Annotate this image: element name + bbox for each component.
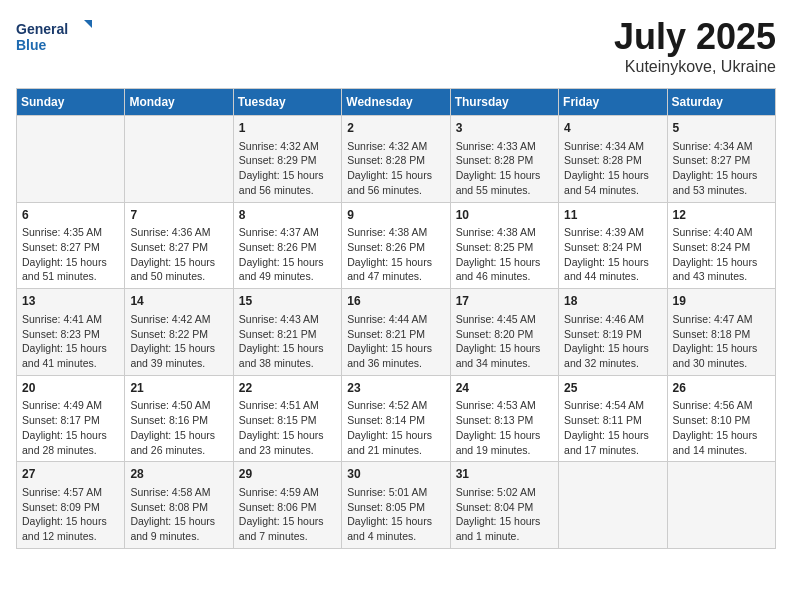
calendar-cell: 17Sunrise: 4:45 AM Sunset: 8:20 PM Dayli…: [450, 289, 558, 376]
calendar-cell: 1Sunrise: 4:32 AM Sunset: 8:29 PM Daylig…: [233, 116, 341, 203]
calendar-cell: 31Sunrise: 5:02 AM Sunset: 8:04 PM Dayli…: [450, 462, 558, 549]
page-header: General Blue July 2025 Kuteinykove, Ukra…: [16, 16, 776, 76]
day-info: Sunrise: 4:38 AM Sunset: 8:26 PM Dayligh…: [347, 225, 444, 284]
day-info: Sunrise: 5:02 AM Sunset: 8:04 PM Dayligh…: [456, 485, 553, 544]
calendar-cell: 22Sunrise: 4:51 AM Sunset: 8:15 PM Dayli…: [233, 375, 341, 462]
calendar-cell: 12Sunrise: 4:40 AM Sunset: 8:24 PM Dayli…: [667, 202, 775, 289]
calendar-cell: 16Sunrise: 4:44 AM Sunset: 8:21 PM Dayli…: [342, 289, 450, 376]
day-info: Sunrise: 4:41 AM Sunset: 8:23 PM Dayligh…: [22, 312, 119, 371]
day-number: 8: [239, 207, 336, 224]
svg-text:General: General: [16, 21, 68, 37]
calendar-week-row: 6Sunrise: 4:35 AM Sunset: 8:27 PM Daylig…: [17, 202, 776, 289]
calendar-cell: 24Sunrise: 4:53 AM Sunset: 8:13 PM Dayli…: [450, 375, 558, 462]
svg-marker-2: [84, 20, 92, 28]
calendar-table: Sunday Monday Tuesday Wednesday Thursday…: [16, 88, 776, 549]
day-info: Sunrise: 4:47 AM Sunset: 8:18 PM Dayligh…: [673, 312, 770, 371]
col-thursday: Thursday: [450, 89, 558, 116]
day-number: 20: [22, 380, 119, 397]
calendar-cell: 30Sunrise: 5:01 AM Sunset: 8:05 PM Dayli…: [342, 462, 450, 549]
title-block: July 2025 Kuteinykove, Ukraine: [614, 16, 776, 76]
day-info: Sunrise: 4:34 AM Sunset: 8:27 PM Dayligh…: [673, 139, 770, 198]
header-row: Sunday Monday Tuesday Wednesday Thursday…: [17, 89, 776, 116]
calendar-body: 1Sunrise: 4:32 AM Sunset: 8:29 PM Daylig…: [17, 116, 776, 549]
calendar-cell: 19Sunrise: 4:47 AM Sunset: 8:18 PM Dayli…: [667, 289, 775, 376]
calendar-cell: 27Sunrise: 4:57 AM Sunset: 8:09 PM Dayli…: [17, 462, 125, 549]
day-info: Sunrise: 4:38 AM Sunset: 8:25 PM Dayligh…: [456, 225, 553, 284]
day-number: 26: [673, 380, 770, 397]
calendar-cell: 10Sunrise: 4:38 AM Sunset: 8:25 PM Dayli…: [450, 202, 558, 289]
col-sunday: Sunday: [17, 89, 125, 116]
day-info: Sunrise: 4:39 AM Sunset: 8:24 PM Dayligh…: [564, 225, 661, 284]
day-number: 21: [130, 380, 227, 397]
calendar-cell: 6Sunrise: 4:35 AM Sunset: 8:27 PM Daylig…: [17, 202, 125, 289]
calendar-week-row: 27Sunrise: 4:57 AM Sunset: 8:09 PM Dayli…: [17, 462, 776, 549]
calendar-header: Sunday Monday Tuesday Wednesday Thursday…: [17, 89, 776, 116]
calendar-cell: 8Sunrise: 4:37 AM Sunset: 8:26 PM Daylig…: [233, 202, 341, 289]
day-info: Sunrise: 4:51 AM Sunset: 8:15 PM Dayligh…: [239, 398, 336, 457]
day-number: 7: [130, 207, 227, 224]
day-number: 6: [22, 207, 119, 224]
calendar-cell: 26Sunrise: 4:56 AM Sunset: 8:10 PM Dayli…: [667, 375, 775, 462]
day-info: Sunrise: 4:37 AM Sunset: 8:26 PM Dayligh…: [239, 225, 336, 284]
day-info: Sunrise: 4:32 AM Sunset: 8:29 PM Dayligh…: [239, 139, 336, 198]
calendar-cell: 28Sunrise: 4:58 AM Sunset: 8:08 PM Dayli…: [125, 462, 233, 549]
calendar-cell: 11Sunrise: 4:39 AM Sunset: 8:24 PM Dayli…: [559, 202, 667, 289]
day-number: 2: [347, 120, 444, 137]
calendar-cell: 2Sunrise: 4:32 AM Sunset: 8:28 PM Daylig…: [342, 116, 450, 203]
calendar-cell: 23Sunrise: 4:52 AM Sunset: 8:14 PM Dayli…: [342, 375, 450, 462]
calendar-cell: 9Sunrise: 4:38 AM Sunset: 8:26 PM Daylig…: [342, 202, 450, 289]
day-number: 18: [564, 293, 661, 310]
day-info: Sunrise: 4:58 AM Sunset: 8:08 PM Dayligh…: [130, 485, 227, 544]
calendar-cell: 18Sunrise: 4:46 AM Sunset: 8:19 PM Dayli…: [559, 289, 667, 376]
col-saturday: Saturday: [667, 89, 775, 116]
calendar-cell: 4Sunrise: 4:34 AM Sunset: 8:28 PM Daylig…: [559, 116, 667, 203]
calendar-subtitle: Kuteinykove, Ukraine: [614, 58, 776, 76]
calendar-cell: [17, 116, 125, 203]
calendar-cell: 21Sunrise: 4:50 AM Sunset: 8:16 PM Dayli…: [125, 375, 233, 462]
calendar-cell: 5Sunrise: 4:34 AM Sunset: 8:27 PM Daylig…: [667, 116, 775, 203]
day-number: 25: [564, 380, 661, 397]
day-info: Sunrise: 4:59 AM Sunset: 8:06 PM Dayligh…: [239, 485, 336, 544]
day-info: Sunrise: 4:36 AM Sunset: 8:27 PM Dayligh…: [130, 225, 227, 284]
calendar-cell: [125, 116, 233, 203]
day-info: Sunrise: 4:34 AM Sunset: 8:28 PM Dayligh…: [564, 139, 661, 198]
calendar-cell: 14Sunrise: 4:42 AM Sunset: 8:22 PM Dayli…: [125, 289, 233, 376]
calendar-title: July 2025: [614, 16, 776, 58]
day-number: 11: [564, 207, 661, 224]
calendar-cell: 7Sunrise: 4:36 AM Sunset: 8:27 PM Daylig…: [125, 202, 233, 289]
day-info: Sunrise: 4:56 AM Sunset: 8:10 PM Dayligh…: [673, 398, 770, 457]
day-number: 1: [239, 120, 336, 137]
day-info: Sunrise: 4:49 AM Sunset: 8:17 PM Dayligh…: [22, 398, 119, 457]
day-number: 15: [239, 293, 336, 310]
day-number: 10: [456, 207, 553, 224]
day-info: Sunrise: 4:40 AM Sunset: 8:24 PM Dayligh…: [673, 225, 770, 284]
day-info: Sunrise: 4:46 AM Sunset: 8:19 PM Dayligh…: [564, 312, 661, 371]
col-friday: Friday: [559, 89, 667, 116]
day-info: Sunrise: 4:43 AM Sunset: 8:21 PM Dayligh…: [239, 312, 336, 371]
col-tuesday: Tuesday: [233, 89, 341, 116]
calendar-week-row: 13Sunrise: 4:41 AM Sunset: 8:23 PM Dayli…: [17, 289, 776, 376]
day-info: Sunrise: 4:33 AM Sunset: 8:28 PM Dayligh…: [456, 139, 553, 198]
calendar-cell: 29Sunrise: 4:59 AM Sunset: 8:06 PM Dayli…: [233, 462, 341, 549]
day-info: Sunrise: 4:54 AM Sunset: 8:11 PM Dayligh…: [564, 398, 661, 457]
day-number: 30: [347, 466, 444, 483]
day-number: 22: [239, 380, 336, 397]
col-wednesday: Wednesday: [342, 89, 450, 116]
day-number: 23: [347, 380, 444, 397]
day-info: Sunrise: 4:57 AM Sunset: 8:09 PM Dayligh…: [22, 485, 119, 544]
day-number: 24: [456, 380, 553, 397]
day-number: 27: [22, 466, 119, 483]
day-number: 5: [673, 120, 770, 137]
day-info: Sunrise: 4:45 AM Sunset: 8:20 PM Dayligh…: [456, 312, 553, 371]
day-number: 16: [347, 293, 444, 310]
day-number: 12: [673, 207, 770, 224]
calendar-cell: [559, 462, 667, 549]
calendar-cell: 20Sunrise: 4:49 AM Sunset: 8:17 PM Dayli…: [17, 375, 125, 462]
day-number: 31: [456, 466, 553, 483]
day-number: 29: [239, 466, 336, 483]
calendar-cell: 25Sunrise: 4:54 AM Sunset: 8:11 PM Dayli…: [559, 375, 667, 462]
day-number: 17: [456, 293, 553, 310]
calendar-week-row: 20Sunrise: 4:49 AM Sunset: 8:17 PM Dayli…: [17, 375, 776, 462]
day-number: 9: [347, 207, 444, 224]
logo: General Blue: [16, 16, 96, 58]
